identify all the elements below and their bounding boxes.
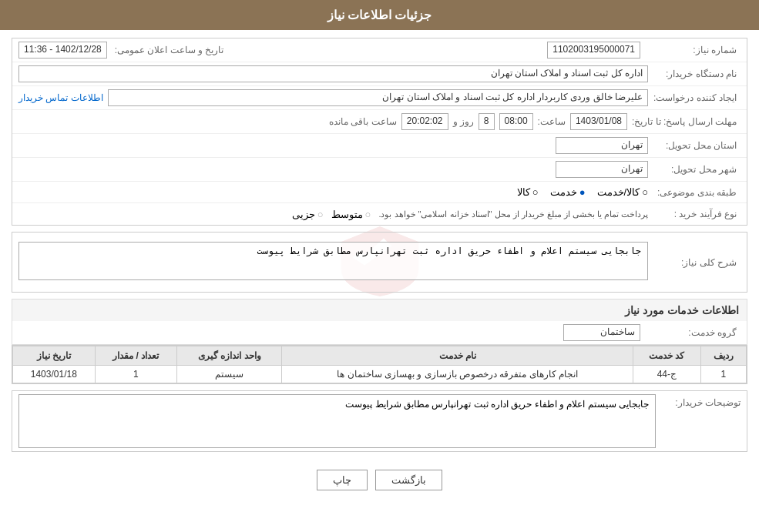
mohlat-label: مهلت ارسال پاسخ: تا تاریخ: <box>632 116 741 127</box>
label-motavasset: متوسط <box>331 209 363 220</box>
saat-label: ساعت: <box>538 116 566 127</box>
cell-tarikh: 1403/01/18 <box>13 366 96 383</box>
towzih-label: توضیحات خریدار: <box>663 394 741 408</box>
services-table: ردیف کد خدمت نام خدمت واحد اندازه گیری ت… <box>12 346 747 383</box>
nam-dastgah-label: نام دستگاه خریدار: <box>648 69 741 79</box>
mohlat-baqi: 20:02:02 <box>401 113 448 130</box>
radio-motavasset[interactable]: ○ <box>365 209 371 220</box>
page-title: جزئیات اطلاعات نیاز <box>0 0 759 30</box>
shomara-value: 1102003195000071 <box>547 42 640 59</box>
cell-tedad: 1 <box>95 366 176 383</box>
tabaqe-label: طبقه بندی موضوعی: <box>648 187 741 198</box>
radio-kala[interactable]: ○ <box>532 186 539 198</box>
col-tarikh: تاریخ نیاز <box>13 346 96 366</box>
cell-kod: ج-44 <box>633 366 701 383</box>
sharh-textarea[interactable]: جابجایی سیستم اعلام و اطفاء حریق اداره ث… <box>18 242 648 280</box>
sharh-label: شرح کلی نیاز: <box>648 257 741 268</box>
ostan-label: استان محل تحویل: <box>648 140 741 151</box>
tabaqe-radio-group: ○ کالا ● خدمت ○ کالا/خدمت <box>517 186 648 198</box>
mohlat-saat: 08:00 <box>499 113 533 130</box>
label-kala: کالا <box>517 186 530 198</box>
tabaqe-khedmat[interactable]: ● خدمت <box>550 186 586 198</box>
cell-name: انجام کارهای متفرقه درخصوص بازسازی و بهس… <box>282 366 633 383</box>
tabaqe-kala-khedmat[interactable]: ○ کالا/خدمت <box>597 186 648 198</box>
col-radif: ردیف <box>700 346 746 366</box>
back-button[interactable]: بازگشت <box>375 470 442 490</box>
shomara-label: شماره نیاز: <box>648 45 741 55</box>
towzih-box: جابجایی سیستم اعلام و اطفاء حریق اداره ث… <box>18 394 656 448</box>
nooe-motavasset[interactable]: ○ متوسط <box>331 209 371 220</box>
mohlat-rooz: 8 <box>479 113 495 130</box>
table-row: 1ج-44انجام کارهای متفرقه درخصوص بازسازی … <box>13 366 747 383</box>
nooe-jozi[interactable]: ○ جزیی <box>292 209 324 220</box>
ijad-value: علیرضا خالق وردی کاربردار اداره کل ثبت ا… <box>108 89 648 106</box>
contact-info-link[interactable]: اطلاعات تماس خریدار <box>18 92 103 103</box>
radio-khedmat[interactable]: ● <box>579 186 586 198</box>
ostan-value: تهران <box>556 137 648 154</box>
nooe-label: نوع فرآیند خرید : <box>648 209 741 219</box>
label-khedmat: خدمت <box>550 186 577 198</box>
shahr-label: شهر محل تحویل: <box>648 164 741 175</box>
cell-vahed: سیستم <box>177 366 282 383</box>
nooe-note: پرداخت تمام یا بخشی از مبلغ خریدار از مح… <box>378 209 648 219</box>
radio-kala-khedmat[interactable]: ○ <box>642 186 648 198</box>
label-jozi: جزیی <box>292 209 315 220</box>
col-tedad: تعداد / مقدار <box>95 346 176 366</box>
cell-radif: 1 <box>700 366 746 383</box>
col-kod: کد خدمت <box>633 346 701 366</box>
ijad-label: ایجاد کننده درخواست: <box>648 92 741 103</box>
print-button[interactable]: چاپ <box>317 470 368 490</box>
shahr-value: تهران <box>556 161 648 178</box>
group-label: گروه خدمت: <box>648 327 741 338</box>
label-kala-khedmat: کالا/خدمت <box>597 186 640 198</box>
baqi-label: ساعت باقی مانده <box>329 116 397 127</box>
col-vahed: واحد اندازه گیری <box>177 346 282 366</box>
date-announce-value: 1402/12/28 - 11:36 <box>18 42 107 59</box>
rooz-label: روز و <box>453 116 474 127</box>
services-title: اطلاعات خدمات مورد نیاز <box>12 299 747 321</box>
tabaqe-kala[interactable]: ○ کالا <box>517 186 539 198</box>
group-value: ساختمان <box>563 324 640 341</box>
mohlat-date: 1403/01/08 <box>570 113 627 130</box>
radio-jozi[interactable]: ○ <box>317 209 324 220</box>
nam-dastgah-value: اداره کل ثبت اسناد و املاک استان تهران <box>18 65 648 82</box>
col-name: نام خدمت <box>282 346 633 366</box>
date-announce-label: تاریخ و ساعت اعلان عمومی: <box>115 45 224 55</box>
